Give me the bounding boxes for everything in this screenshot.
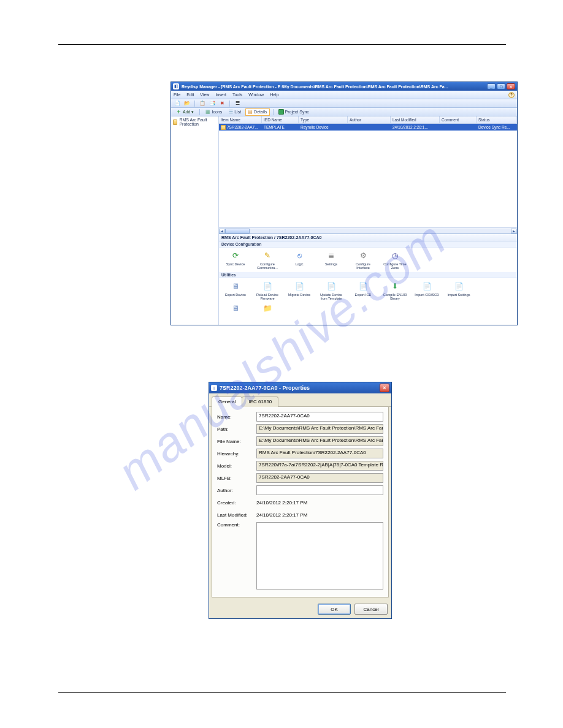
breadcrumb: RMS Arc Fault Protection / 7SR2202-2AA77… [219, 234, 517, 241]
new-icon[interactable]: 📄 [174, 100, 181, 107]
input-mlfb: 7SR2202-2AA77-0CA0 [256, 473, 383, 483]
minimize-button[interactable]: _ [487, 83, 496, 89]
project-sync-button[interactable]: Project Sync [277, 109, 311, 115]
scroll-right-icon[interactable]: ▶ [511, 229, 517, 233]
action-ic-rel[interactable]: 📄Reload Device Firmware [255, 281, 280, 300]
toolbar-separator [199, 109, 200, 115]
grid-empty-area[interactable] [219, 131, 517, 227]
tree-root-label: RMS Arc Fault Protection [179, 118, 216, 126]
action-label: Reload Device Firmware [255, 293, 280, 300]
menu-insert[interactable]: Insert [215, 93, 226, 97]
view-list-button[interactable]: ☰List [226, 108, 243, 116]
input-comment[interactable] [256, 522, 383, 590]
action-ic-upd[interactable]: 📄Update Device from Template [318, 281, 344, 300]
add-button[interactable]: ＋Add ▾ [174, 108, 196, 116]
col-comment[interactable]: Comment [440, 116, 477, 123]
menu-window[interactable]: Window [248, 93, 264, 97]
view-label: Icons [212, 110, 222, 114]
action-ic-tz[interactable]: ◷Configure Time Zone [382, 250, 408, 270]
menu-tools[interactable]: Tools [232, 93, 242, 97]
close-button[interactable]: × [507, 83, 515, 89]
detail-pane: RMS Arc Fault Protection / 7SR2202-2AA77… [219, 233, 517, 325]
col-item-name[interactable]: Item Name [219, 116, 262, 123]
help-icon[interactable]: ? [508, 92, 515, 98]
device-icon [221, 125, 226, 130]
menu-file[interactable]: File [174, 93, 180, 97]
toolbar-separator [229, 100, 230, 107]
cell-ied: TEMPLATE [262, 124, 299, 131]
input-author[interactable] [256, 485, 383, 495]
tab-general[interactable]: General [212, 396, 242, 407]
action-label: Export ICD [355, 293, 372, 300]
tab-iec61850[interactable]: IEC 61850 [242, 396, 278, 407]
action-ic-icid[interactable]: 📄Import CID/SCD [414, 281, 440, 300]
maximize-button[interactable]: □ [497, 83, 505, 89]
value-created: 24/10/2012 2:20:17 PM [256, 500, 383, 506]
menu-view[interactable]: View [200, 93, 209, 97]
cancel-button[interactable]: Cancel [354, 604, 388, 615]
menu-bar: File Edit View Insert Tools Window Help … [171, 91, 517, 99]
action-ic-dev[interactable]: 🖥 [223, 303, 248, 322]
tree-pane[interactable]: RMS Arc Fault Protection [171, 116, 219, 325]
action-ic-exp[interactable]: 🖥Export Device [223, 281, 248, 300]
open-icon[interactable]: 📂 [183, 100, 191, 107]
ok-button[interactable]: OK [318, 604, 351, 615]
scroll-left-icon[interactable]: ◀ [219, 229, 225, 233]
col-type[interactable]: Type [299, 116, 348, 123]
copy-icon[interactable]: 📋 [199, 100, 206, 107]
col-author[interactable]: Author [348, 116, 391, 123]
action-ic-iset[interactable]: 📄Import Settings [446, 281, 472, 300]
action-label: Configure Communica... [255, 262, 280, 270]
label-path: Path: [217, 427, 256, 432]
ic-comm-icon: ✎ [262, 250, 273, 261]
action-ic-sync[interactable]: ⟳Sync Device [223, 250, 248, 270]
folder-icon [173, 119, 177, 125]
dialog-titlebar[interactable]: i 7SR2202-2AA77-0CA0 - Properties × [209, 382, 391, 393]
plus-icon: ＋ [176, 108, 182, 116]
action-ic-mig[interactable]: 📄Migrate Device [286, 281, 312, 300]
col-last-modified[interactable]: Last Modified [391, 116, 440, 123]
scroll-thumb[interactable] [225, 229, 250, 233]
action-ic-iface[interactable]: ⚙Configure Interface [350, 250, 376, 270]
view-details-button[interactable]: ▤Details [245, 108, 269, 116]
action-label: Import Settings [448, 293, 470, 300]
action-ic-fold[interactable]: 📁 [255, 303, 280, 322]
menu-edit[interactable]: Edit [186, 93, 194, 97]
props-icon[interactable]: ☰ [234, 100, 241, 107]
action-label: Configure Time Zone [382, 262, 408, 270]
view-icons-button[interactable]: ▦Icons [203, 108, 224, 116]
menu-help[interactable]: Help [270, 93, 278, 97]
action-ic-icd[interactable]: 📄Export ICD [350, 281, 376, 300]
action-ic-comp[interactable]: ⬇Compile EN100 Binary [382, 281, 408, 300]
input-model: 7SR220\R7a-7a\7SR2202-2|AB|A|78|7-0CA0 T… [256, 461, 383, 471]
tree-root[interactable]: RMS Arc Fault Protection [171, 116, 218, 127]
view-label: List [234, 110, 241, 114]
ic-upd-icon: 📄 [326, 281, 337, 292]
app-icon: ◧ [173, 83, 179, 89]
delete-icon[interactable]: ✖ [218, 100, 226, 107]
view-label: Details [254, 110, 267, 114]
ic-sync-icon: ⟳ [230, 250, 241, 261]
list-icon: ☰ [229, 109, 233, 115]
scroll-track[interactable] [250, 229, 511, 233]
label-mlfb: MLFB: [217, 476, 256, 481]
ic-icd-icon: 📄 [358, 281, 369, 292]
horizontal-scrollbar[interactable]: ◀ ▶ [219, 227, 517, 233]
grid-row-selected[interactable]: 7SR2202-2AA7... TEMPLATE Reyrolle Device… [219, 124, 517, 131]
titlebar[interactable]: ◧ Reydisp Manager - [RMS Arc Fault Prote… [171, 82, 517, 91]
col-status[interactable]: Status [477, 116, 517, 123]
value-lastmod: 24/10/2012 2:20:17 PM [256, 512, 383, 518]
action-ic-logic[interactable]: ⎋Logic [286, 250, 312, 270]
action-ic-set[interactable]: ≣Settings [318, 250, 344, 270]
tab-strip: General IEC 61850 [209, 393, 391, 407]
section-device-config: Device Configuration [219, 241, 517, 248]
col-ied-name[interactable]: IED Name [262, 116, 299, 123]
input-name[interactable]: 7SR2202-2AA77-0CA0 [256, 412, 383, 422]
dialog-close-button[interactable]: × [380, 384, 389, 392]
chevron-down-icon: ▾ [191, 110, 194, 115]
label-created: Created: [217, 500, 256, 506]
paste-icon[interactable]: 📑 [209, 100, 216, 107]
action-ic-comm[interactable]: ✎Configure Communica... [255, 250, 280, 270]
info-icon: i [211, 385, 217, 391]
details-icon: ▤ [248, 109, 253, 115]
